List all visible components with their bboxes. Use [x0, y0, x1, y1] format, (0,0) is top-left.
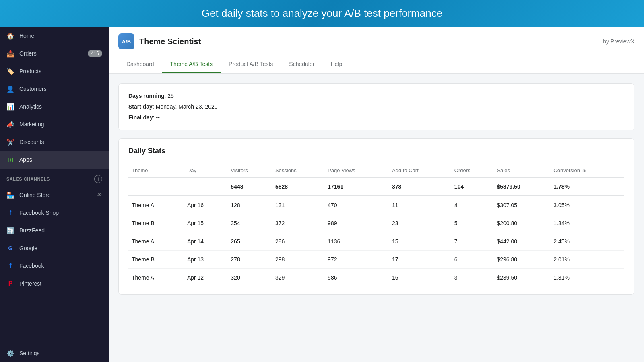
col-add-to-cart: Add to Cart	[389, 163, 451, 178]
row1-sessions: 372	[272, 214, 324, 232]
totals-page-views: 17161	[324, 178, 389, 196]
final-day-label: Final day	[128, 114, 153, 121]
tab-theme-ab-tests[interactable]: Theme A/B Tests	[162, 56, 221, 73]
sidebar-item-customers[interactable]: 👤 Customers	[0, 80, 109, 98]
table-header-row: Theme Day Visitors Sessions Page Views A…	[128, 163, 624, 178]
tab-product-ab-tests[interactable]: Product A/B Tests	[221, 56, 281, 73]
app-title-left: A/B Theme Scientist	[118, 33, 201, 49]
row1-add-to-cart: 23	[389, 214, 451, 232]
row4-page-views: 586	[324, 269, 389, 287]
content-body: Days running: 25 Start day: Monday, Marc…	[109, 74, 644, 304]
sidebar-label-home: Home	[19, 33, 34, 39]
row0-sessions: 131	[272, 196, 324, 214]
row3-theme: Theme B	[128, 251, 184, 269]
row3-sessions: 298	[272, 251, 324, 269]
sidebar-label-facebook-shop: Facebook Shop	[19, 210, 59, 216]
sidebar-item-google[interactable]: G Google	[0, 239, 109, 257]
app-name: Theme Scientist	[139, 37, 201, 46]
buzzfeed-icon: 🔄	[6, 226, 14, 234]
row0-theme: Theme A	[128, 196, 184, 214]
sidebar-item-discounts[interactable]: ✂️ Discounts	[0, 133, 109, 151]
tab-scheduler-label: Scheduler	[289, 61, 314, 67]
sidebar-item-products[interactable]: 🏷️ Products	[0, 62, 109, 80]
table-row: Theme B Apr 15 354 372 989 23 5 $200.80 …	[128, 214, 624, 232]
pinterest-icon: P	[6, 280, 14, 288]
row0-conversion: 3.05%	[550, 196, 624, 214]
table-row-totals: 5448 5828 17161 378 104 $5879.50 1.78%	[128, 178, 624, 196]
row2-add-to-cart: 15	[389, 232, 451, 251]
row3-orders: 6	[451, 251, 494, 269]
sidebar-item-online-store[interactable]: 🏪 Online Store 👁	[0, 186, 109, 204]
col-sales: Sales	[493, 163, 550, 178]
row3-day: Apr 13	[184, 251, 227, 269]
banner-text: Get daily stats to analyze your A/B test…	[202, 7, 442, 19]
daily-stats-table: Theme Day Visitors Sessions Page Views A…	[128, 163, 624, 286]
row2-conversion: 2.45%	[550, 232, 624, 251]
tab-help[interactable]: Help	[322, 56, 350, 73]
sidebar-label-online-store: Online Store	[19, 192, 51, 198]
main-layout: 🏠 Home 📥 Orders 416 🏷️ Products 👤 Custom…	[0, 27, 644, 362]
sidebar-item-orders[interactable]: 📥 Orders 416	[0, 45, 109, 62]
table-row: Theme A Apr 14 265 286 1136 15 7 $442.00…	[128, 232, 624, 251]
sidebar-item-facebook[interactable]: f Facebook	[0, 257, 109, 275]
sidebar-label-analytics: Analytics	[19, 103, 42, 110]
app-logo: A/B	[118, 33, 134, 49]
sidebar-label-buzzfeed: BuzzFeed	[19, 227, 45, 234]
final-day-value: --	[156, 114, 159, 121]
content-area: A/B Theme Scientist by PreviewX Dashboar…	[109, 27, 644, 362]
start-day-value: Monday, March 23, 2020	[156, 103, 218, 110]
tab-scheduler[interactable]: Scheduler	[281, 56, 322, 73]
customers-icon: 👤	[6, 85, 14, 93]
sidebar-item-home[interactable]: 🏠 Home	[0, 27, 109, 45]
stats-card: Daily Stats Theme Day Visitors Sessions …	[118, 138, 634, 295]
row4-sales: $239.50	[493, 269, 550, 287]
row1-page-views: 989	[324, 214, 389, 232]
sidebar-label-pinterest: Pinterest	[19, 280, 41, 287]
col-sessions: Sessions	[272, 163, 324, 178]
add-sales-channel-button[interactable]: +	[94, 175, 102, 183]
facebook-shop-icon: f	[6, 209, 14, 217]
row0-visitors: 128	[227, 196, 272, 214]
col-visitors: Visitors	[227, 163, 272, 178]
totals-theme	[128, 178, 184, 196]
row3-visitors: 278	[227, 251, 272, 269]
totals-sales: $5879.50	[493, 178, 550, 196]
days-running-value: 25	[167, 93, 174, 99]
sidebar-item-apps[interactable]: ⊞ Apps	[0, 151, 109, 169]
row2-visitors: 265	[227, 232, 272, 251]
totals-visitors: 5448	[227, 178, 272, 196]
col-day: Day	[184, 163, 227, 178]
sidebar-item-marketing[interactable]: 📣 Marketing	[0, 115, 109, 133]
tab-dashboard-label: Dashboard	[126, 61, 154, 67]
final-day-row: Final day: --	[128, 113, 624, 122]
sidebar: 🏠 Home 📥 Orders 416 🏷️ Products 👤 Custom…	[0, 27, 109, 362]
row0-day: Apr 16	[184, 196, 227, 214]
orders-badge: 416	[88, 50, 102, 57]
row3-conversion: 2.01%	[550, 251, 624, 269]
sidebar-item-buzzfeed[interactable]: 🔄 BuzzFeed	[0, 222, 109, 239]
app-header: A/B Theme Scientist by PreviewX Dashboar…	[109, 27, 644, 74]
sidebar-item-settings[interactable]: ⚙️ Settings	[0, 344, 109, 362]
marketing-icon: 📣	[6, 120, 14, 128]
col-theme: Theme	[128, 163, 184, 178]
sidebar-item-pinterest[interactable]: P Pinterest	[0, 275, 109, 292]
col-page-views: Page Views	[324, 163, 389, 178]
row1-theme: Theme B	[128, 214, 184, 232]
settings-icon: ⚙️	[6, 349, 14, 357]
sidebar-label-facebook: Facebook	[19, 263, 44, 269]
row4-day: Apr 12	[184, 269, 227, 287]
col-orders: Orders	[451, 163, 494, 178]
sidebar-item-facebook-shop[interactable]: f Facebook Shop	[0, 204, 109, 222]
tab-dashboard[interactable]: Dashboard	[118, 56, 162, 73]
tabs-nav: Dashboard Theme A/B Tests Product A/B Te…	[118, 56, 634, 73]
row2-day: Apr 14	[184, 232, 227, 251]
app-title-row: A/B Theme Scientist by PreviewX	[118, 33, 634, 49]
sidebar-item-analytics[interactable]: 📊 Analytics	[0, 98, 109, 115]
totals-orders: 104	[451, 178, 494, 196]
row1-conversion: 1.34%	[550, 214, 624, 232]
row3-page-views: 972	[324, 251, 389, 269]
stats-title: Daily Stats	[128, 147, 624, 155]
eye-icon[interactable]: 👁	[97, 192, 102, 198]
row2-sales: $442.00	[493, 232, 550, 251]
orders-icon: 📥	[6, 49, 14, 58]
